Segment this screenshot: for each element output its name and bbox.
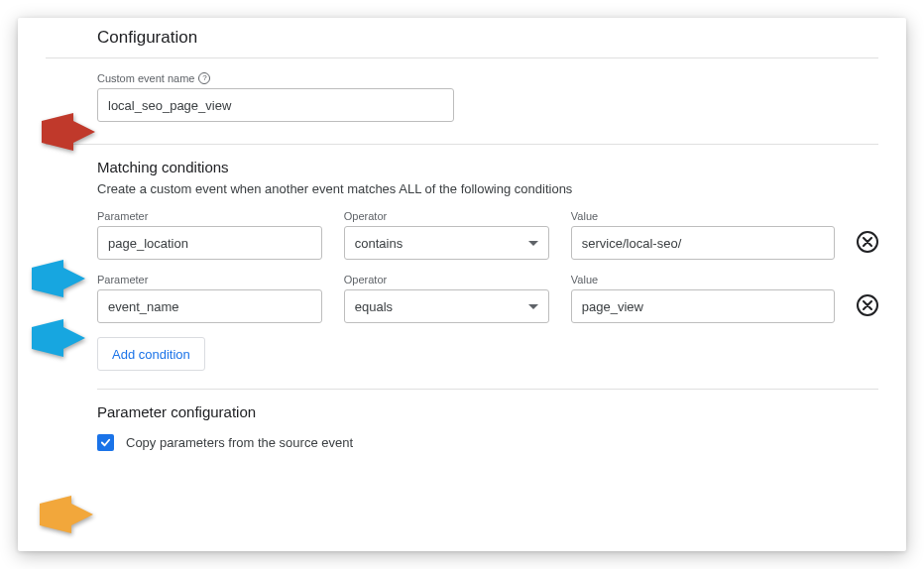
operator-select[interactable]: contains bbox=[344, 226, 549, 260]
chevron-down-icon bbox=[528, 304, 538, 309]
value-input[interactable] bbox=[571, 226, 835, 260]
condition-row: Parameter Operator contains Value bbox=[97, 210, 878, 260]
check-icon bbox=[100, 437, 111, 448]
parameter-input[interactable] bbox=[97, 226, 322, 260]
divider bbox=[46, 144, 878, 145]
custom-event-label-text: Custom event name bbox=[97, 72, 194, 84]
svg-marker-3 bbox=[40, 496, 93, 533]
help-icon[interactable]: ? bbox=[198, 72, 210, 84]
operator-label: Operator bbox=[344, 274, 549, 285]
parameter-label: Parameter bbox=[97, 210, 322, 222]
annotation-arrow-icon bbox=[32, 260, 85, 297]
copy-params-label: Copy parameters from the source event bbox=[126, 435, 353, 450]
add-condition-button[interactable]: Add condition bbox=[97, 337, 205, 371]
param-config-heading: Parameter configuration bbox=[97, 403, 878, 420]
remove-condition-button[interactable] bbox=[857, 294, 878, 316]
divider bbox=[97, 389, 878, 390]
svg-marker-1 bbox=[32, 260, 85, 297]
svg-marker-0 bbox=[42, 113, 95, 151]
operator-value: contains bbox=[355, 236, 403, 251]
page-title: Configuration bbox=[97, 28, 878, 48]
close-icon bbox=[863, 237, 872, 247]
matching-conditions-block: Matching conditions Create a custom even… bbox=[97, 159, 878, 451]
remove-condition-button[interactable] bbox=[857, 231, 878, 253]
configuration-panel: Configuration Custom event name ? Matchi… bbox=[18, 18, 906, 551]
divider bbox=[46, 57, 878, 58]
operator-value: equals bbox=[355, 299, 393, 314]
custom-event-label: Custom event name ? bbox=[97, 72, 878, 84]
matching-heading: Matching conditions bbox=[97, 159, 878, 175]
copy-params-checkbox[interactable] bbox=[97, 434, 114, 451]
value-input[interactable] bbox=[571, 289, 835, 323]
chevron-down-icon bbox=[528, 241, 538, 246]
parameter-input[interactable] bbox=[97, 289, 322, 323]
add-condition-label: Add condition bbox=[112, 347, 190, 362]
copy-params-row: Copy parameters from the source event bbox=[97, 434, 878, 451]
value-label: Value bbox=[571, 210, 835, 222]
annotation-arrow-icon bbox=[40, 496, 93, 533]
close-icon bbox=[863, 300, 872, 310]
condition-row: Parameter Operator equals Value bbox=[97, 274, 878, 323]
operator-select[interactable]: equals bbox=[344, 289, 549, 323]
parameter-label: Parameter bbox=[97, 274, 322, 285]
custom-event-name-input[interactable] bbox=[97, 88, 454, 122]
annotation-arrow-icon bbox=[32, 319, 85, 357]
annotation-arrow-icon bbox=[42, 113, 95, 151]
value-label: Value bbox=[571, 274, 835, 285]
custom-event-block: Custom event name ? bbox=[97, 72, 878, 122]
svg-marker-2 bbox=[32, 319, 85, 357]
operator-label: Operator bbox=[344, 210, 549, 222]
matching-description: Create a custom event when another event… bbox=[97, 181, 878, 196]
